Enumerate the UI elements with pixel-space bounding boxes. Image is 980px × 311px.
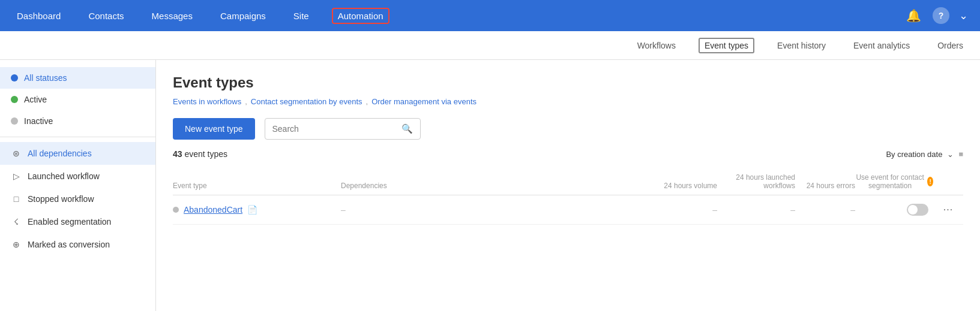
info-links-row: Events in workflows , Contact segmentati… [173,97,963,106]
event-count: 43 event types [173,149,227,159]
doc-icon[interactable]: 📄 [247,205,257,215]
th-volume: 24 hours volume [657,182,717,190]
th-segmentation-text: Use event for contact segmentation [855,173,925,190]
bell-icon[interactable]: 🔔 [904,6,923,25]
nav-messages[interactable]: Messages [147,8,197,23]
subnav-orders[interactable]: Orders [933,38,968,53]
action-row: New event type 🔍 [173,118,963,140]
dot-green-icon [11,96,18,103]
chevron-down-icon[interactable]: ⌄ [959,9,968,22]
toggle-switch[interactable] [907,204,928,216]
event-count-number: 43 [173,149,182,159]
row-errors-cell: – [795,205,855,215]
separator-1: , [245,97,247,106]
subnav-workflows[interactable]: Workflows [633,38,681,53]
event-name-link[interactable]: AbandonedCart [184,205,242,215]
sidebar-stopped-label: Stopped workflow [28,194,94,204]
enabled-segmentation-icon: ☇ [11,216,22,227]
sort-control[interactable]: By creation date ⌄ ≡ [886,150,963,159]
sidebar-segmentation-label: Enabled segmentation [28,217,111,227]
row-toggle-cell [855,204,933,216]
page-title: Event types [173,74,963,91]
row-dependencies-cell: – [341,205,657,215]
sidebar-inactive-label: Inactive [24,116,53,126]
sidebar-conversion-label: Marked as conversion [28,240,110,249]
marked-conversion-icon: ⊕ [11,239,22,250]
search-input[interactable] [272,124,397,134]
row-volume-cell: – [657,205,717,215]
table-row: AbandonedCart 📄 – – – – ··· [173,195,963,225]
sidebar-item-launched-workflow[interactable]: ▷ Launched workflow [0,165,155,188]
nav-automation[interactable]: Automation [332,8,389,24]
th-launched: 24 hours launched workflows [717,173,795,190]
search-icon: 🔍 [401,123,413,134]
sidebar-all-statuses-label: All statuses [24,73,67,83]
row-launched-cell: – [717,205,795,215]
link-order-management[interactable]: Order management via events [371,97,476,106]
more-options-button[interactable]: ··· [943,204,953,215]
link-events-in-workflows[interactable]: Events in workflows [173,97,241,106]
content-area: Event types Events in workflows , Contac… [156,60,980,311]
dot-gray-icon [11,117,18,125]
sidebar-item-enabled-segmentation[interactable]: ☇ Enabled segmentation [0,210,155,233]
stopped-workflow-icon: □ [11,194,22,204]
new-event-type-button[interactable]: New event type [173,118,255,140]
row-status-dot [173,207,179,213]
sidebar-all-dep-label: All dependencies [28,149,92,158]
th-dependencies: Dependencies [341,182,657,190]
toggle-knob [908,205,918,215]
help-icon[interactable]: ? [933,7,949,24]
main-layout: All statuses Active Inactive ⊛ All depen… [0,60,980,311]
th-segmentation: Use event for contact segmentation ! [855,173,933,190]
subnav-event-history[interactable]: Event history [772,38,831,53]
separator-2: , [366,97,368,106]
table-header: Event type Dependencies 24 hours volume … [173,168,963,195]
nav-site[interactable]: Site [289,8,314,23]
sidebar-item-marked-conversion[interactable]: ⊕ Marked as conversion [0,233,155,256]
top-nav-right: 🔔 ? ⌄ [904,6,968,25]
top-nav-links: Dashboard Contacts Messages Campaigns Si… [12,8,389,24]
th-event-type: Event type [173,182,341,190]
sort-label: By creation date [886,150,942,159]
nav-campaigns[interactable]: Campaigns [215,8,271,23]
count-row: 43 event types By creation date ⌄ ≡ [173,149,963,159]
all-dependencies-icon: ⊛ [11,148,22,159]
sidebar-launched-label: Launched workflow [28,171,100,181]
th-errors: 24 hours errors [795,182,855,190]
sidebar-item-stopped-workflow[interactable]: □ Stopped workflow [0,188,155,210]
event-count-suffix-text: event types [184,149,227,159]
row-event-type-cell: AbandonedCart 📄 [173,205,341,215]
search-box: 🔍 [265,118,421,140]
sort-filter-icon: ≡ [958,150,963,159]
segmentation-info-icon[interactable]: ! [927,177,933,186]
nav-dashboard[interactable]: Dashboard [12,8,65,23]
sidebar-item-all-dependencies[interactable]: ⊛ All dependencies [0,142,155,165]
subnav-event-types[interactable]: Event types [699,38,754,53]
sort-chevron-icon: ⌄ [947,150,954,159]
nav-contacts[interactable]: Contacts [83,8,128,23]
sidebar: All statuses Active Inactive ⊛ All depen… [0,60,156,311]
sidebar-active-label: Active [24,95,47,104]
launched-workflow-icon: ▷ [11,171,22,182]
sidebar-item-active[interactable]: Active [0,89,155,110]
sidebar-divider [0,137,155,137]
sidebar-item-inactive[interactable]: Inactive [0,110,155,132]
dot-blue-icon [11,74,18,81]
sub-nav: Workflows Event types Event history Even… [0,31,980,60]
link-contact-segmentation[interactable]: Contact segmentation by events [251,97,362,106]
subnav-event-analytics[interactable]: Event analytics [849,38,915,53]
top-nav: Dashboard Contacts Messages Campaigns Si… [0,0,980,31]
sidebar-item-all-statuses[interactable]: All statuses [0,67,155,89]
row-more-cell: ··· [933,204,963,215]
